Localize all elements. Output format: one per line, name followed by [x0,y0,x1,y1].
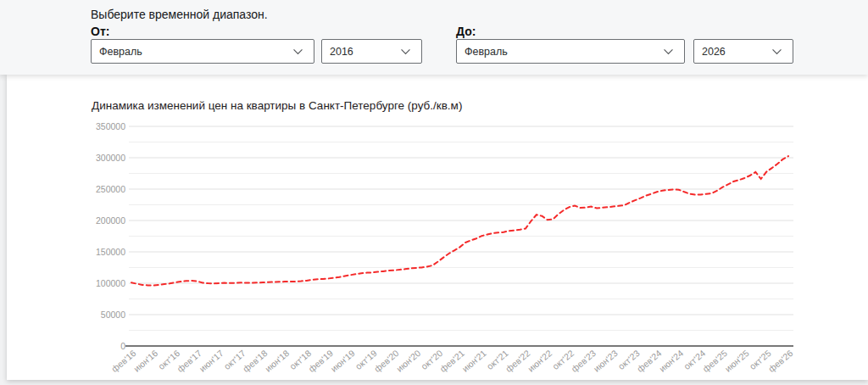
from-year-value: 2016 [330,46,398,58]
chevron-down-icon [661,44,676,59]
to-month-value: Февраль [465,46,661,58]
to-year-select[interactable]: 2026 [693,39,793,64]
from-month-value: Февраль [99,46,291,58]
chevron-down-icon [291,44,305,59]
chart-card [7,75,868,380]
range-heading: Выберите временной диапазон. [91,8,268,21]
chevron-down-icon [770,44,784,59]
from-label: От: [91,25,109,38]
chevron-down-icon [398,44,413,59]
from-year-select[interactable]: 2016 [321,39,422,64]
to-label: До: [456,25,476,38]
to-month-select[interactable]: Февраль [456,39,685,64]
from-month-select[interactable]: Февраль [91,39,314,64]
to-year-value: 2026 [702,46,770,58]
time-range-panel: Выберите временной диапазон. От: До: Фев… [0,0,868,75]
chart-title: Динамика изменений цен на квартиры в Сан… [92,99,462,112]
